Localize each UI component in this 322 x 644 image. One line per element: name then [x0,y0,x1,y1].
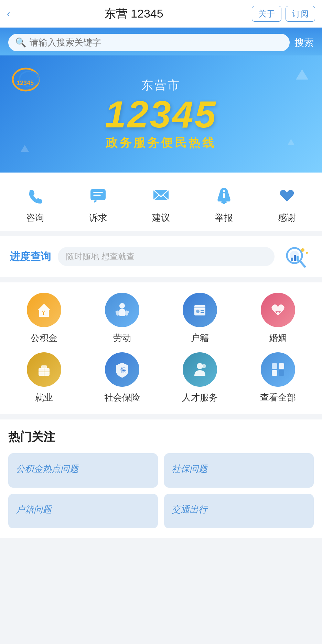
svg-point-25 [119,303,125,309]
svg-rect-4 [90,189,106,200]
hot-item-household-issues[interactable]: 户籍问题 [8,494,158,528]
labor-label: 劳动 [113,332,131,344]
hot-item-fund-issues[interactable]: 公积金热点问题 [8,453,158,488]
quick-item-consult[interactable]: 咨询 [14,183,56,224]
service-item-talent[interactable]: 人才服务 [163,352,237,404]
hot-item-fund-issues-text: 公积金热点问题 [16,463,78,475]
svg-point-23 [306,252,308,254]
svg-rect-44 [272,370,277,376]
svg-text:12345: 12345 [17,80,34,86]
deco-triangle-2 [21,145,29,152]
fund-icon: ¥ [27,293,61,327]
appeal-label: 诉求 [89,212,107,224]
hot-grid: 公积金热点问题 社保问题 户籍问题 交通出行 [8,453,314,528]
banner: 12345 东营市 12345 政务服务便民热线 [0,55,322,173]
deco-triangle-3 [288,139,294,145]
search-input-wrap[interactable]: 🔍 [8,34,290,51]
banner-subtitle: 政务服务便民热线 [10,135,312,151]
progress-illustration [281,245,312,269]
service-item-labor[interactable]: 劳动 [85,293,160,344]
svg-rect-20 [294,255,296,261]
service-item-fund[interactable]: ¥ 公积金 [7,293,82,344]
svg-rect-43 [279,363,284,369]
svg-rect-45 [279,370,284,376]
quick-item-suggest[interactable]: 建议 [140,183,182,224]
banner-subtitle-part2: 热线 [189,136,216,149]
hot-section: 热门关注 公积金热点问题 社保问题 户籍问题 交通出行 [0,419,322,538]
back-button[interactable]: ‹ [7,8,10,19]
svg-rect-42 [272,363,277,369]
svg-point-31 [196,310,200,313]
search-bar: 🔍 搜索 [0,28,322,55]
svg-point-11 [223,190,225,192]
svg-rect-12 [223,193,225,198]
svg-rect-27 [115,310,120,316]
talent-label: 人才服务 [182,392,218,404]
hot-item-insurance-issues-text: 社保问题 [172,463,207,475]
all-label: 查看全部 [260,392,296,404]
thanks-label: 感谢 [278,212,296,224]
subscribe-button[interactable]: 订阅 [286,6,315,22]
quick-item-appeal[interactable]: 诉求 [77,183,119,224]
quick-actions: 咨询 诉求 建议 [0,173,322,231]
service-item-all[interactable]: 查看全部 [241,352,315,404]
service-item-marriage[interactable]: ♥♥ 婚姻 [241,293,315,344]
hot-item-traffic-issues[interactable]: 交通出行 [164,494,314,528]
marriage-label: 婚姻 [269,332,287,344]
brand-logo: 12345 [10,66,48,95]
svg-text:保: 保 [120,367,126,374]
all-icon [261,352,295,387]
hot-item-insurance-issues[interactable]: 社保问题 [164,453,314,488]
svg-point-41 [202,364,206,368]
banner-content: 东营市 12345 政务服务便民热线 [10,74,312,151]
search-input[interactable] [30,37,283,48]
svg-point-22 [301,248,304,252]
insurance-label: 社会保险 [104,392,140,404]
labor-icon [105,293,139,327]
hot-title: 热门关注 [8,429,314,445]
household-label: 户籍 [191,332,209,344]
marriage-icon: ♥♥ [261,293,295,327]
report-icon [212,183,236,208]
page-title: 东营 12345 [15,6,252,22]
progress-input[interactable]: 随时随地 想查就查 [58,247,275,266]
svg-text:♥♥: ♥♥ [275,309,281,314]
progress-title: 进度查询 [10,250,51,264]
svg-rect-26 [119,309,125,316]
consult-label: 咨询 [26,212,44,224]
thanks-icon [275,183,299,208]
svg-text:¥: ¥ [42,310,45,316]
report-label: 举报 [215,212,233,224]
service-grid-section: ¥ 公积金 劳动 [0,282,322,414]
svg-rect-19 [291,258,293,261]
employment-icon [27,352,61,387]
svg-marker-7 [94,200,97,203]
insurance-icon: 保 [105,352,139,387]
about-button[interactable]: 关于 [252,6,281,22]
svg-rect-21 [297,256,299,261]
talent-icon [183,352,217,387]
service-item-employment[interactable]: 就业 [7,352,82,404]
employment-label: 就业 [35,392,53,404]
appeal-icon [86,183,110,208]
search-icon: 🔍 [15,37,26,48]
fund-label: 公积金 [31,332,57,344]
search-button[interactable]: 搜索 [294,36,314,49]
service-grid: ¥ 公积金 劳动 [7,293,315,404]
quick-item-thanks[interactable]: 感谢 [266,183,308,224]
hot-item-household-issues-text: 户籍问题 [16,503,52,516]
household-icon [183,293,217,327]
svg-line-18 [300,261,305,267]
progress-section: 进度查询 随时随地 想查就查 [0,236,322,277]
suggest-icon [149,183,173,208]
quick-item-report[interactable]: 举报 [203,183,245,224]
deco-triangle-1 [296,69,308,80]
consult-icon [23,183,47,208]
banner-subtitle-part1: 政务服务 [106,136,161,149]
banner-city: 东营市 [10,77,312,93]
service-item-household[interactable]: 户籍 [163,293,237,344]
banner-number: 12345 [10,93,312,135]
header: ‹ 东营 12345 关于 订阅 [0,0,322,28]
header-actions: 关于 订阅 [252,6,315,22]
service-item-insurance[interactable]: 保 社会保险 [85,352,160,404]
